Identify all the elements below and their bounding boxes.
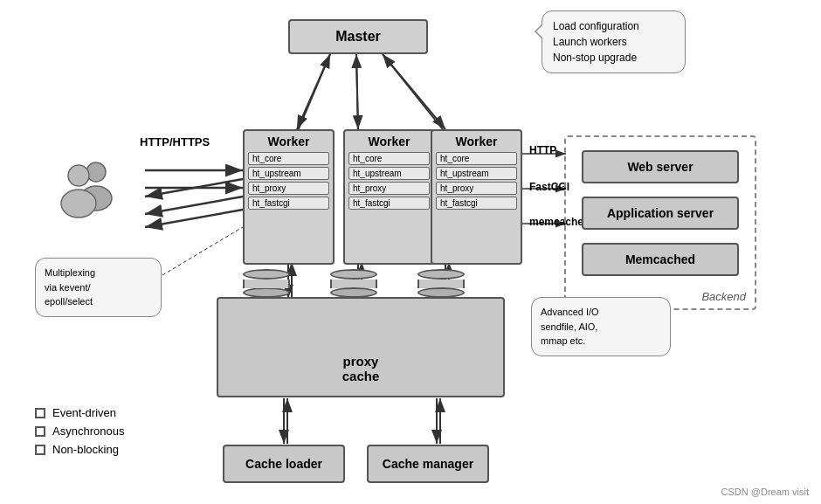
- svg-line-12: [145, 197, 243, 214]
- cache-loader-box: Cache loader: [223, 445, 345, 483]
- svg-line-7: [356, 54, 358, 133]
- cache-manager-box: Cache manager: [367, 445, 489, 483]
- backend-label: Backend: [701, 290, 746, 303]
- svg-line-3: [297, 54, 330, 129]
- svg-line-5: [383, 54, 445, 129]
- proxy-cache-area: proxycache: [217, 297, 505, 397]
- master-box: Master: [288, 19, 428, 54]
- worker3-title: Worker: [432, 131, 521, 150]
- legend-label-3: Non-blocking: [52, 443, 119, 456]
- http-https-label: HTTP/HTTPS: [140, 135, 210, 148]
- worker2-title: Worker: [345, 131, 433, 150]
- multiplex-bubble: Multiplexingvia kevent/epoll/select: [35, 258, 162, 317]
- legend-square-2: [35, 426, 45, 437]
- legend-label-1: Event-driven: [52, 406, 116, 419]
- worker1-module-core: ht_core: [248, 152, 329, 165]
- master-label: Master: [335, 29, 381, 45]
- worker1-module-proxy: ht_proxy: [248, 182, 329, 195]
- application-server-item: Application server: [582, 197, 739, 230]
- multiplex-text: Multiplexingvia kevent/epoll/select: [45, 267, 95, 307]
- svg-line-27: [162, 227, 243, 275]
- worker3-module-core: ht_core: [436, 152, 517, 165]
- diagram-container: Master Load configuration Launch workers…: [0, 0, 821, 504]
- worker1-title: Worker: [245, 131, 333, 150]
- proxy-cache-label: proxycache: [342, 354, 380, 383]
- worker-box-3: Worker ht_core ht_upstream ht_proxy ht_f…: [431, 129, 522, 265]
- master-bubble-line2: Launch workers: [553, 36, 627, 48]
- legend-label-2: Asynchronous: [52, 425, 124, 438]
- svg-line-4: [356, 54, 358, 129]
- worker1-module-fastcgi: ht_fastcgi: [248, 197, 329, 210]
- legend-square-1: [35, 408, 45, 418]
- worker3-module-upstream: ht_upstream: [436, 167, 517, 180]
- svg-point-28: [86, 162, 106, 182]
- worker-box-1: Worker ht_core ht_upstream ht_proxy ht_f…: [243, 129, 335, 265]
- svg-point-31: [61, 190, 96, 217]
- legend-item-nonblocking: Non-blocking: [35, 443, 124, 456]
- worker2-module-core: ht_core: [348, 152, 430, 165]
- cache-manager-label: Cache manager: [383, 457, 473, 471]
- master-bubble-line3: Non-stop upgrade: [553, 52, 637, 64]
- master-bubble-line1: Load configuration: [553, 20, 639, 32]
- svg-point-30: [68, 165, 89, 186]
- worker-box-2: Worker ht_core ht_upstream ht_proxy ht_f…: [343, 129, 435, 265]
- web-server-item: Web server: [582, 150, 739, 183]
- legend-square-3: [35, 445, 45, 455]
- worker3-module-fastcgi: ht_fastcgi: [436, 197, 517, 210]
- worker2-module-proxy: ht_proxy: [348, 182, 430, 195]
- memcached-item: Memcached: [582, 243, 739, 276]
- watermark: CSDN @Dream visit: [721, 487, 809, 497]
- worker2-module-upstream: ht_upstream: [348, 167, 430, 180]
- svg-line-13: [145, 210, 243, 227]
- cache-loader-label: Cache loader: [245, 457, 322, 471]
- svg-line-6: [297, 54, 330, 133]
- legend-item-event-driven: Event-driven: [35, 406, 124, 419]
- worker1-module-upstream: ht_upstream: [248, 167, 329, 180]
- svg-line-11: [145, 179, 243, 197]
- users-icon: [52, 153, 122, 225]
- master-bubble: Load configuration Launch workers Non-st…: [542, 10, 686, 73]
- svg-line-8: [383, 54, 445, 133]
- legend-item-async: Asynchronous: [35, 425, 124, 438]
- http-protocol-label: HTTP: [529, 144, 556, 156]
- legend: Event-driven Asynchronous Non-blocking: [35, 406, 124, 461]
- worker2-module-fastcgi: ht_fastcgi: [348, 197, 430, 210]
- worker3-module-proxy: ht_proxy: [436, 182, 517, 195]
- backend-box: Web server Application server Memcached …: [564, 135, 756, 310]
- advanced-io-text: Advanced I/Osendfile, AIO,mmap etc.: [541, 307, 599, 346]
- advanced-io-bubble: Advanced I/Osendfile, AIO,mmap etc.: [531, 297, 671, 356]
